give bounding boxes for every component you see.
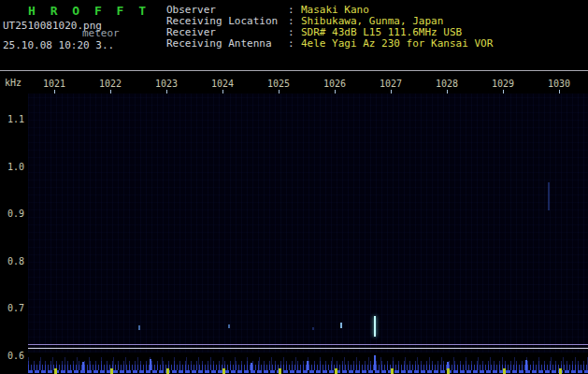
x-tick-label: 1026 — [323, 79, 346, 89]
x-tick-label: 1029 — [492, 79, 514, 89]
minute-mark — [166, 368, 169, 374]
minute-mark — [335, 368, 337, 374]
y-tick-label: 0.7 — [4, 303, 24, 313]
y-tick-label: 0.8 — [4, 256, 24, 266]
y-tick-label: 0.6 — [4, 351, 24, 361]
x-tick-label: 1023 — [155, 79, 178, 89]
app-title: H R O F F T — [28, 4, 150, 18]
meteor-echo-mark — [228, 324, 230, 328]
minute-mark — [222, 368, 225, 374]
y-tick-label: 0.9 — [4, 209, 24, 219]
meteor-echo-mark — [374, 316, 376, 337]
minute-mark — [447, 368, 450, 374]
spectrogram-plot — [28, 94, 588, 352]
minute-mark — [391, 368, 394, 374]
x-tick-label: 1021 — [43, 79, 65, 89]
level-line-white — [28, 348, 588, 349]
x-tick-label: 1030 — [548, 79, 570, 89]
x-tick-label: 1027 — [380, 79, 402, 89]
timestamp: 25.10.08 10:20 3.. — [3, 39, 114, 51]
y-tick-label: 1.0 — [4, 162, 24, 172]
meteor-echo-mark — [548, 182, 550, 210]
level-line-purple — [28, 344, 588, 345]
minute-mark — [279, 368, 281, 374]
y-axis-unit: kHz — [5, 78, 22, 88]
minute-mark — [54, 368, 57, 374]
x-tick-label: 1022 — [99, 79, 122, 89]
hrofft-screen: H R O F F T UT2510081020.png meteor 25.1… — [0, 0, 588, 374]
minute-mark — [110, 368, 113, 374]
station-info: Observer:Masaki Kano Receiving Location:… — [166, 5, 493, 50]
mode-label: meteor — [82, 27, 120, 39]
x-tick-label: 1025 — [267, 79, 290, 89]
x-tick-label: 1028 — [436, 79, 458, 89]
info-label: Receiving Antenna — [166, 38, 288, 50]
info-row-antenna: Receiving Antenna:4ele Yagi Az 230 for K… — [166, 38, 493, 50]
info-value: 4ele Yagi Az 230 for Kansai VOR — [301, 37, 493, 50]
info-separator: : — [288, 38, 301, 50]
signal-strip — [28, 352, 588, 374]
signal-spike — [82, 362, 84, 370]
minute-mark — [503, 368, 506, 374]
meteor-echo-mark — [340, 323, 342, 328]
signal-spike — [525, 360, 527, 370]
y-tick-label: 1.1 — [4, 114, 24, 124]
signal-spike — [374, 355, 376, 370]
signal-spike — [150, 359, 151, 370]
signal-spike — [251, 363, 252, 370]
x-tick-label: 1024 — [211, 79, 234, 89]
meteor-echo-mark — [312, 327, 314, 330]
meteor-echo-mark — [138, 325, 140, 330]
minute-mark — [559, 368, 562, 374]
signal-spike — [307, 361, 308, 370]
header-divider — [0, 70, 588, 71]
